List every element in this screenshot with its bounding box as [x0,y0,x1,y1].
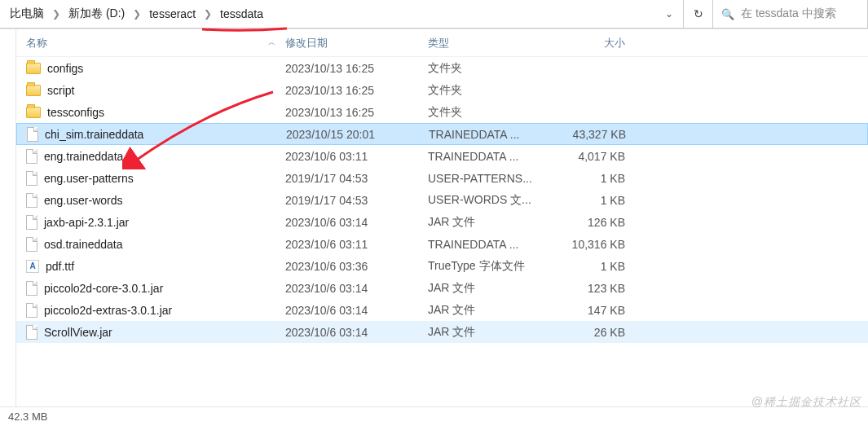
cell-size: 26 KB [558,326,632,339]
search-placeholder: 在 tessdata 中搜索 [741,7,836,21]
chevron-right-icon[interactable]: ❯ [49,8,64,20]
cell-size: 10,316 KB [558,238,632,251]
table-row[interactable]: jaxb-api-2.3.1.jar2023/10/6 03:14JAR 文件1… [16,211,868,233]
watermark: @稀土掘金技术社区 [751,395,861,410]
file-name: tessconfigs [47,106,104,119]
cell-size: 4,017 KB [558,150,632,163]
table-row[interactable]: tessconfigs2023/10/13 16:25文件夹 [16,101,868,123]
cell-name: tessconfigs [16,106,285,119]
file-name: osd.traineddata [44,238,123,251]
cell-type: JAR 文件 [428,215,558,230]
file-name: piccolo2d-extras-3.0.1.jar [44,304,172,317]
table-row[interactable]: script2023/10/13 16:25文件夹 [16,79,868,101]
cell-date: 2023/10/6 03:11 [285,238,428,251]
table-row[interactable]: ScrollView.jar2023/10/6 03:14JAR 文件26 KB [16,321,868,343]
address-bar-row: 比电脑 ❯ 新加卷 (D:) ❯ tesseract ❯ tessdata ⌄ … [0,0,868,29]
cell-date: 2023/10/6 03:14 [285,304,428,317]
cell-size: 1 KB [558,260,632,273]
file-name: eng.traineddata [44,150,123,163]
file-icon [26,303,37,318]
nav-gutter [0,29,16,406]
breadcrumb-item[interactable]: tesseract [144,7,200,20]
refresh-button[interactable]: ↻ [684,0,713,29]
file-icon [27,127,38,142]
cell-date: 2023/10/6 03:14 [285,326,428,339]
cell-type: TRAINEDDATA ... [428,238,558,251]
table-row[interactable]: piccolo2d-core-3.0.1.jar2023/10/6 03:14J… [16,277,868,299]
cell-type: USER-PATTERNS... [428,172,558,185]
file-name: eng.user-patterns [44,172,134,185]
file-name: script [47,84,74,97]
cell-date: 2019/1/17 04:53 [285,194,428,207]
annotation-underline [202,21,287,26]
status-text: 42.3 MB [8,411,47,423]
table-row[interactable]: configs2023/10/13 16:25文件夹 [16,57,868,79]
file-icon [26,281,37,296]
cell-date: 2023/10/13 16:25 [285,62,428,75]
file-name: piccolo2d-core-3.0.1.jar [44,282,163,295]
cell-type: TRAINEDDATA ... [429,128,559,141]
breadcrumb-item-current[interactable]: tessdata [215,7,268,20]
file-icon [26,215,37,230]
status-bar: 42.3 MB [0,406,868,426]
cell-name: script [16,84,285,97]
table-row[interactable]: osd.traineddata2023/10/6 03:11TRAINEDDAT… [16,233,868,255]
table-row[interactable]: chi_sim.traineddata2023/10/15 20:01TRAIN… [16,123,868,145]
cell-type: TRAINEDDATA ... [428,150,558,163]
cell-size: 43,327 KB [559,128,632,141]
column-header-date[interactable]: 修改日期 [285,36,428,51]
breadcrumb-item[interactable]: 新加卷 (D:) [64,7,130,21]
cell-name: configs [16,62,285,75]
file-icon [26,171,37,186]
cell-type: JAR 文件 [428,325,558,340]
cell-date: 2019/1/17 04:53 [285,172,428,185]
cell-size: 147 KB [558,304,632,317]
cell-name: eng.user-patterns [16,171,285,186]
file-name: pdf.ttf [46,260,74,273]
cell-date: 2023/10/13 16:25 [285,106,428,119]
file-rows: configs2023/10/13 16:25文件夹script2023/10/… [16,57,868,343]
sort-indicator-icon: ︿ [268,37,275,48]
cell-type: USER-WORDS 文... [428,193,558,208]
cell-date: 2023/10/6 03:14 [285,282,428,295]
table-row[interactable]: eng.user-words2019/1/17 04:53USER-WORDS … [16,189,868,211]
cell-date: 2023/10/13 16:25 [285,84,428,97]
cell-size: 123 KB [558,282,632,295]
file-name: jaxb-api-2.3.1.jar [44,216,129,229]
folder-icon [26,85,41,96]
file-icon [26,193,37,208]
column-header-type[interactable]: 类型 [428,36,558,51]
cell-type: JAR 文件 [428,303,558,318]
column-header-name[interactable]: 名称 ︿ [16,36,285,51]
cell-name: ScrollView.jar [16,325,285,340]
file-name: chi_sim.traineddata [45,128,143,141]
cell-date: 2023/10/6 03:11 [285,150,428,163]
cell-type: 文件夹 [428,83,558,98]
cell-date: 2023/10/15 20:01 [286,128,429,141]
column-headers[interactable]: 名称 ︿ 修改日期 类型 大小 [16,29,868,57]
breadcrumb-item[interactable]: 比电脑 [5,7,49,21]
column-header-size[interactable]: 大小 [558,36,632,51]
file-list-area[interactable]: 名称 ︿ 修改日期 类型 大小 configs2023/10/13 16:25文… [16,29,868,406]
refresh-icon: ↻ [694,7,703,20]
file-icon [26,237,37,252]
search-icon: 🔍 [721,8,734,20]
cell-name: jaxb-api-2.3.1.jar [16,215,285,230]
table-row[interactable]: eng.traineddata2023/10/6 03:11TRAINEDDAT… [16,145,868,167]
cell-type: 文件夹 [428,61,558,76]
chevron-right-icon[interactable]: ❯ [130,8,144,20]
chevron-down-icon[interactable]: ⌄ [655,8,683,20]
cell-name: piccolo2d-core-3.0.1.jar [16,281,285,296]
table-row[interactable]: Apdf.ttf2023/10/6 03:36TrueType 字体文件1 KB [16,255,868,277]
table-row[interactable]: eng.user-patterns2019/1/17 04:53USER-PAT… [16,167,868,189]
file-name: ScrollView.jar [44,326,112,339]
cell-name: piccolo2d-extras-3.0.1.jar [16,303,285,318]
file-name: eng.user-words [44,194,123,207]
search-input[interactable]: 🔍 在 tessdata 中搜索 [713,0,868,29]
chevron-right-icon[interactable]: ❯ [200,8,215,20]
breadcrumb[interactable]: 比电脑 ❯ 新加卷 (D:) ❯ tesseract ❯ tessdata ⌄ [0,0,684,29]
cell-name: eng.traineddata [16,149,285,164]
cell-name: Apdf.ttf [16,260,285,273]
table-row[interactable]: piccolo2d-extras-3.0.1.jar2023/10/6 03:1… [16,299,868,321]
cell-date: 2023/10/6 03:36 [285,260,428,273]
